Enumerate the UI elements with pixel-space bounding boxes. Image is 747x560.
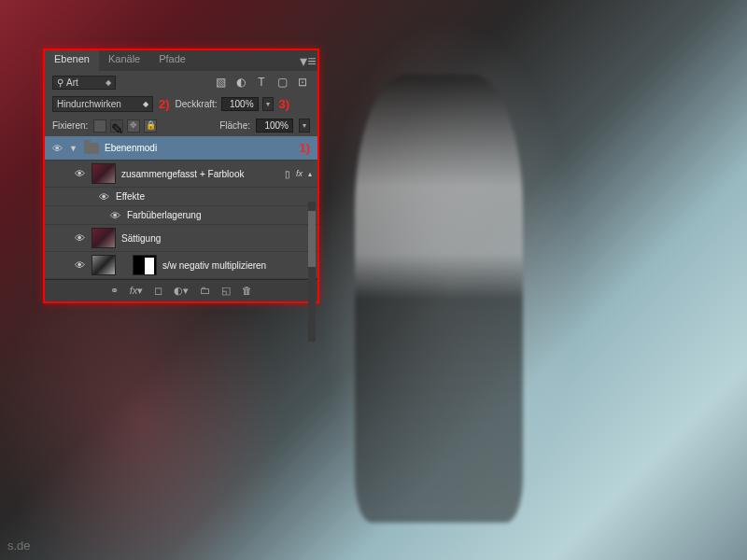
mask-thumbnail (133, 255, 157, 275)
visibility-eye-icon[interactable]: 👁 (108, 210, 121, 221)
fill-label: Fläche: (219, 120, 250, 131)
panel-tabs: Ebenen Kanäle Pfade ▾≡ (45, 50, 317, 71)
filter-label: Art (66, 77, 78, 88)
filter-pixel-icon[interactable]: ▧ (213, 75, 228, 90)
fill-input[interactable]: 100% (256, 119, 293, 133)
delete-layer-icon[interactable]: 🗑 (242, 285, 252, 297)
filter-row: ⚲ Art ◆ ▧ ◐ T ▢ ⊡ (45, 71, 317, 93)
filter-smart-icon[interactable]: ⊡ (295, 75, 310, 90)
fill-dropdown-icon[interactable]: ▾ (299, 119, 310, 133)
filter-shape-icon[interactable]: ▢ (275, 75, 289, 90)
layer-name: zusammengefasst + Farblook (121, 169, 279, 179)
visibility-eye-icon[interactable]: 👁 (73, 259, 86, 271)
layer-mask-icon[interactable]: ◻ (154, 285, 162, 297)
watermark: s.de (7, 539, 31, 553)
visibility-eye-icon[interactable]: 👁 (73, 168, 86, 179)
effect-name: Farbüberlagerung (127, 210, 312, 220)
layer-group-name: Ebenenmodi (105, 143, 291, 153)
tab-layers[interactable]: Ebenen (45, 50, 99, 71)
link-layers-icon[interactable]: ⚭ (110, 285, 119, 297)
layer-saettigung[interactable]: 👁 Sättigung (45, 225, 317, 252)
layer-zusammengefasst[interactable]: 👁 zusammengefasst + Farblook ▯ fx ▴ (45, 161, 317, 188)
lock-pixels-icon[interactable]: ✎ (110, 119, 123, 133)
chevron-down-icon[interactable]: ▼ (69, 144, 78, 153)
adjustment-layer-icon[interactable]: ◐▾ (174, 285, 189, 297)
new-group-icon[interactable]: 🗀 (200, 285, 210, 297)
scroll-thumb[interactable] (308, 211, 316, 267)
search-icon: ⚲ (57, 77, 63, 88)
blend-row: Hindurchwirken ◆ 2) Deckkraft: 100% ▾ 3) (45, 93, 317, 115)
visibility-eye-icon[interactable]: 👁 (50, 143, 63, 154)
layers-bottom-toolbar: ⚭ fx▾ ◻ ◐▾ 🗀 ◱ 🗑 (45, 279, 317, 301)
layer-effects-group[interactable]: 👁 Effekte (45, 188, 317, 206)
effects-label: Effekte (116, 191, 312, 202)
lock-all-icon[interactable]: 🔒 (144, 119, 157, 133)
layer-list: 👁 ▼ Ebenenmodi 1) 👁 zusammengefasst + Fa… (45, 136, 317, 279)
folder-icon (84, 143, 99, 154)
opacity-input[interactable]: 100% (221, 97, 259, 111)
layer-thumbnail (92, 228, 116, 248)
layer-name: Sättigung (121, 233, 312, 244)
blend-mode-select[interactable]: Hindurchwirken ◆ (52, 96, 153, 112)
lock-position-icon[interactable]: ✥ (127, 119, 140, 133)
visibility-eye-icon[interactable]: 👁 (97, 191, 110, 203)
lock-label: Fixieren: (52, 120, 88, 131)
opacity-label: Deckkraft: (176, 99, 218, 109)
filter-adjust-icon[interactable]: ◐ (233, 75, 248, 90)
layer-sw-negativ[interactable]: 👁 s/w negativ multiplizieren (45, 252, 317, 279)
layer-effect-coloroverlay[interactable]: 👁 Farbüberlagerung (45, 206, 317, 225)
visibility-eye-icon[interactable]: 👁 (73, 232, 86, 244)
filter-type-select[interactable]: ⚲ Art ◆ (52, 76, 116, 90)
lock-transparent-icon[interactable] (93, 119, 106, 133)
panel-menu-icon[interactable]: ▾≡ (299, 50, 317, 71)
layer-name: s/w negativ multiplizieren (162, 260, 312, 271)
opacity-dropdown-icon[interactable]: ▾ (262, 97, 274, 111)
layers-panel: Ebenen Kanäle Pfade ▾≡ ⚲ Art ◆ ▧ ◐ T ▢ ⊡… (43, 49, 319, 303)
fx-chevron-icon[interactable]: ▴ (308, 170, 312, 178)
layer-thumbnail (92, 255, 116, 275)
filter-type-icon[interactable]: T (254, 75, 269, 90)
annotation-2: 2) (157, 97, 172, 111)
tab-channels[interactable]: Kanäle (99, 50, 149, 71)
lock-row: Fixieren: ✎ ✥ 🔒 Fläche: 100% ▾ (45, 115, 317, 136)
blend-mode-value: Hindurchwirken (57, 99, 121, 109)
layer-group-ebenenmodi[interactable]: 👁 ▼ Ebenenmodi 1) (45, 136, 317, 161)
scrollbar[interactable] (308, 202, 316, 342)
layer-thumbnail (92, 163, 116, 184)
annotation-3: 3) (277, 97, 292, 111)
layer-style-icon[interactable]: fx▾ (130, 285, 144, 297)
tab-paths[interactable]: Pfade (149, 50, 195, 71)
annotation-1: 1) (297, 141, 312, 155)
fx-badge[interactable]: fx (296, 169, 303, 178)
new-layer-icon[interactable]: ◱ (221, 285, 231, 297)
